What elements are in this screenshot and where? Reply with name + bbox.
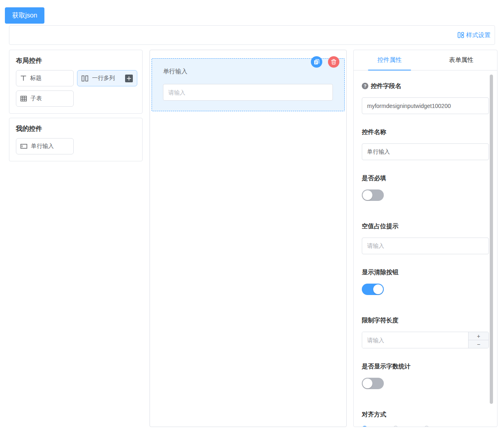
help-icon[interactable]: ? [362, 83, 368, 89]
clearable-switch[interactable] [362, 284, 384, 295]
field-name-input[interactable] [362, 97, 489, 114]
clearable-label: 显示清除按钮 [362, 268, 489, 276]
field-group-word-count: 是否显示字数统计 [362, 362, 489, 389]
widget-name-label: 控件名称 [362, 128, 489, 136]
required-switch[interactable] [362, 189, 384, 201]
field-group-alignment: 对齐方式 [362, 410, 489, 427]
field-group-widget-name: 控件名称 [362, 128, 489, 160]
get-json-button[interactable]: 获取json [5, 7, 44, 24]
lib-item-multicolumn[interactable]: 一行多列 [77, 70, 137, 86]
required-label: 是否必填 [362, 174, 489, 182]
form-canvas[interactable]: 单行输入 [150, 50, 347, 427]
widget-name-input[interactable] [362, 143, 489, 160]
input-box-icon [20, 144, 27, 149]
max-length-input[interactable] [362, 332, 468, 348]
placeholder-input[interactable] [362, 238, 489, 254]
alignment-radio[interactable] [393, 426, 398, 427]
my-widgets-card: 我的控件 单行输入 [9, 118, 143, 161]
lib-item-label: 标题 [30, 75, 42, 82]
max-length-label: 限制字符长度 [362, 316, 489, 324]
field-group-placeholder: 空值占位提示 [362, 222, 489, 254]
alignment-radio-selected[interactable] [362, 426, 368, 427]
panel-scrollbar[interactable] [490, 75, 493, 404]
lib-item-label: 子表 [31, 95, 42, 102]
lib-item-label: 单行输入 [31, 143, 54, 150]
layout-widgets-card: 布局控件 标题 [9, 50, 143, 114]
title-icon [20, 75, 26, 81]
widget-preview-input[interactable] [163, 84, 333, 101]
widget-label: 单行输入 [163, 68, 333, 75]
widget-library: 布局控件 标题 [9, 50, 143, 161]
designer-main: 布局控件 标题 [9, 50, 504, 427]
copy-widget-button[interactable] [311, 56, 322, 68]
word-count-label: 是否显示字数统计 [362, 362, 489, 370]
field-group-field-name: ? 控件字段名 [362, 82, 489, 114]
properties-panel: 控件属性 表单属性 ? 控件字段名 控件名称 [353, 50, 497, 427]
my-widgets-title: 我的控件 [16, 125, 136, 133]
delete-widget-button[interactable] [328, 56, 339, 68]
lib-item-subtable[interactable]: 子表 [16, 90, 74, 107]
lib-item-label: 一行多列 [92, 75, 121, 82]
style-settings-label: 样式设置 [466, 31, 491, 39]
selected-widget-single-line-input[interactable]: 单行输入 [152, 58, 345, 111]
decrease-button[interactable]: − [469, 340, 489, 348]
field-group-clearable: 显示清除按钮 [362, 268, 489, 295]
field-name-label: 控件字段名 [371, 82, 401, 90]
field-group-max-length: 限制字符长度 + − [362, 316, 489, 348]
alignment-radio-group [362, 426, 489, 427]
canvas-toolbar: 样式设置 [9, 25, 495, 45]
field-group-required: 是否必填 [362, 174, 489, 201]
style-settings-icon [458, 32, 464, 38]
word-count-switch[interactable] [362, 378, 384, 389]
lib-item-title[interactable]: 标题 [16, 70, 74, 86]
add-column-button[interactable] [125, 75, 133, 82]
alignment-label: 对齐方式 [362, 410, 489, 418]
properties-tabs: 控件属性 表单属性 [354, 50, 497, 70]
tab-form-properties[interactable]: 表单属性 [425, 50, 497, 70]
tab-widget-properties[interactable]: 控件属性 [354, 50, 425, 70]
style-settings-button[interactable]: 样式设置 [458, 31, 491, 39]
max-length-number-input: + − [362, 332, 489, 348]
columns-icon [81, 75, 88, 81]
subtable-icon [20, 96, 27, 101]
lib-item-single-line-input[interactable]: 单行输入 [16, 138, 74, 154]
increase-button[interactable]: + [469, 332, 489, 340]
layout-widgets-title: 布局控件 [16, 57, 136, 65]
placeholder-label: 空值占位提示 [362, 222, 489, 230]
properties-form: ? 控件字段名 控件名称 是否必填 [354, 70, 497, 427]
alignment-radio[interactable] [424, 426, 429, 427]
